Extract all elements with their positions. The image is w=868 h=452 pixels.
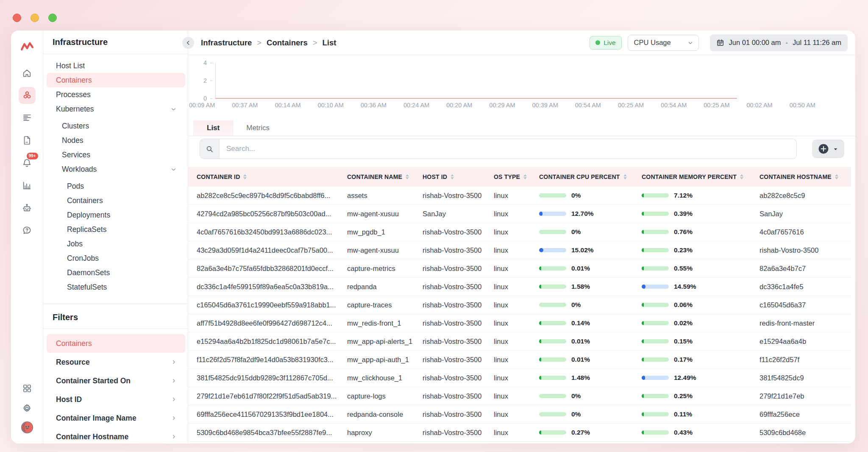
filter-item-containers[interactable]: Containers [47,334,185,353]
container-name-cell: mw_pgdb_1 [347,228,423,236]
filter-item-container-started-on[interactable]: Container Started On [47,371,185,390]
live-toggle[interactable]: Live [590,36,621,50]
column-header-container-hostname[interactable]: CONTAINER HOSTNAME [760,173,851,180]
container-id-cell: 82a6a3e4b7c75fa65fdbb32868201fd0eccf... [197,265,347,273]
filter-item-container-hostname[interactable]: Container Hostname [47,427,185,444]
table-row[interactable]: e15294aa6a4b2b1f825dc1d98061b7a5e7c...mw… [188,332,851,351]
column-header-container-id[interactable]: CONTAINER ID [197,173,347,180]
cpu-percent-bar [539,339,566,343]
rail-infrastructure-icon[interactable] [19,87,36,104]
sort-icon[interactable] [523,174,527,179]
sidebar-item-nodes[interactable]: Nodes [47,133,185,148]
breadcrumb-item[interactable]: Containers [267,38,308,47]
search-input[interactable] [220,139,796,159]
breadcrumb-item[interactable]: Infrastructure [201,38,252,47]
rail-account-icon[interactable] [19,419,36,436]
memory-percent-cell: 0.39% [642,210,760,218]
sort-icon[interactable] [243,174,247,179]
table-row[interactable]: 42794cd2a985bc05256c87bf9b503c00ad...mw-… [188,205,851,223]
cpu-percent-value: 12.70% [571,210,594,218]
sidebar-item-containers[interactable]: Containers [47,73,185,87]
minimize-button[interactable] [31,14,39,22]
sidebar-item-statefulsets[interactable]: StatefulSets [47,280,185,294]
os-type-cell: linux [494,301,539,309]
sidebar-item-clusters[interactable]: Clusters [47,119,185,133]
rail-bot-icon[interactable] [19,199,36,216]
sidebar-item-deployments[interactable]: Deployments [47,208,185,222]
table-row[interactable]: c165045d6a3761c19990eebf559a918abb1...ca… [188,296,851,314]
rail-home-icon[interactable] [19,64,36,81]
sidebar-item-replicasets[interactable]: ReplicaSets [47,222,185,237]
table-row[interactable]: f11c26f2d57f8fa2df9e14d0a53b831930fc3...… [188,351,851,369]
filter-item-resource[interactable]: Resource [47,353,185,371]
metric-select[interactable]: CPU Usage [628,35,699,51]
column-header-host-id[interactable]: HOST ID [423,173,494,180]
rail-alerts-icon[interactable]: 99+ [19,154,36,171]
sort-icon[interactable] [740,174,743,179]
sort-icon[interactable] [623,174,627,179]
cpu-usage-chart: 4 2 0 00:09 AM00:37 AM00:14 AM00:10 AM00… [188,55,855,110]
host-id-cell: rishab-Vostro-3500 [423,392,494,400]
container-id-cell: 5309c6bd468e9854bca37bfee55f2887fe9... [197,429,347,437]
cpu-percent-value: 15.02% [571,246,594,254]
rail-help-icon[interactable] [19,222,36,239]
container-name-cell: mw-agent-xusuu [347,210,423,218]
sidebar-item-workloads[interactable]: Workloads [47,162,185,176]
table-row[interactable]: 5309c6bd468e9854bca37bfee55f2887fe9...ha… [188,424,851,442]
filter-item-container-image-name[interactable]: Container Image Name [47,409,185,427]
window-controls [13,14,57,22]
cpu-percent-value: 0.14% [571,319,590,327]
memory-percent-value: 0.55% [674,265,693,272]
middleware-logo-icon[interactable] [19,38,36,55]
table-row[interactable]: ab282ce8c5c9ec897b4c8d9f5c6babd8ff6...as… [188,187,851,205]
rail-reports-icon[interactable] [19,132,36,149]
column-header-container-cpu-percent[interactable]: CONTAINER CPU PERCENT [539,173,642,180]
table-row[interactable]: dc336c1a4fe599159f89a6ea5c0a33b819a...re… [188,278,851,296]
sidebar-item-containers[interactable]: Containers [47,193,185,208]
x-axis-tick-label: 00:24 AM [403,102,429,109]
rail-settings-icon[interactable] [19,399,36,416]
rail-dashboards-icon[interactable] [19,177,36,194]
maximize-button[interactable] [48,14,57,22]
rail-logs-icon[interactable] [19,109,36,126]
table-row[interactable]: aff7f51b4928d8ee6fe0f996427d698712c4...m… [188,314,851,332]
close-button[interactable] [13,14,21,22]
rail-apps-icon[interactable] [19,380,36,397]
sort-icon[interactable] [451,174,454,179]
sidebar-item-pods[interactable]: Pods [47,179,185,193]
table-row[interactable]: 43c29a3d059f1d4a2411deec0caf7b75a00...mw… [188,241,851,259]
filter-item-host-id[interactable]: Host ID [47,390,185,409]
cpu-percent-bar [539,212,566,216]
sort-icon[interactable] [835,174,838,179]
column-header-container-name[interactable]: CONTAINER NAME [347,173,423,180]
sidebar-item-kubernetes[interactable]: Kubernetes [47,102,185,116]
date-range-picker[interactable]: Jun 01 00:00 am - Jul 11 11:26 am [710,34,848,51]
sidebar-item-services[interactable]: Services [47,148,185,162]
sidebar-item-cronjobs[interactable]: CronJobs [47,251,185,265]
table-row[interactable]: 279f21d1e7eb61d7f80f22f9f51d5ad5ab319...… [188,387,851,405]
column-header-container-memory-percent[interactable]: CONTAINER MEMORY PERCENT [642,173,760,180]
container-name-cell: mw_app-api-auth_1 [347,356,423,364]
container-name-cell: capture-traces [347,301,423,309]
sidebar-item-label: CronJobs [67,254,99,263]
table-row[interactable]: 69fffa256ece4115670291353f9bd1ee1804...r… [188,405,851,424]
sidebar-item-label: ReplicaSets [67,225,106,234]
tab-metrics[interactable]: Metrics [233,120,283,136]
sidebar-item-jobs[interactable]: Jobs [47,237,185,251]
sidebar-item-processes[interactable]: Processes [47,87,185,102]
sidebar-item-daemonsets[interactable]: DaemonSets [47,265,185,280]
add-widget-button[interactable] [812,140,844,158]
filter-item-label: Resource [56,358,90,367]
table-row[interactable]: 381f54825dc915ddb9289c3f112867c705d...mw… [188,369,851,387]
breadcrumb-item[interactable]: List [323,38,337,47]
containers-table: CONTAINER IDCONTAINER NAMEHOST IDOS TYPE… [188,167,851,444]
x-axis-tick-label: 00:25 AM [704,102,729,109]
table-row[interactable]: 82a6a3e4b7c75fa65fdbb32868201fd0eccf...c… [188,259,851,278]
table-row[interactable]: 4c0af7657616b32450bd9913a6886dc023...mw_… [188,223,851,241]
sidebar-item-label: Kubernetes [56,105,94,114]
sort-icon[interactable] [406,174,409,179]
sidebar-item-host-list[interactable]: Host List [47,59,185,73]
sidebar-collapse-button[interactable] [182,37,194,49]
column-header-os-type[interactable]: OS TYPE [494,173,539,180]
tab-list[interactable]: List [193,120,233,136]
